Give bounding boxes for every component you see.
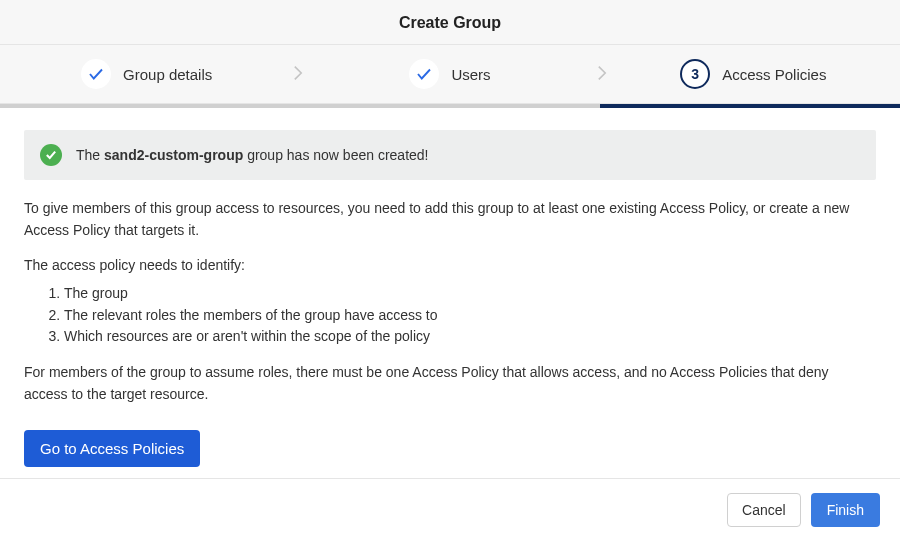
chevron-right-icon [597, 65, 607, 84]
go-to-access-policies-button[interactable]: Go to Access Policies [24, 430, 200, 467]
note-paragraph: For members of the group to assume roles… [24, 362, 876, 405]
intro-paragraph: To give members of this group access to … [24, 198, 876, 241]
page-title: Create Group [0, 14, 900, 32]
step-number-badge: 3 [680, 59, 710, 89]
step-label: Access Policies [722, 66, 826, 83]
list-item: The group [64, 283, 876, 305]
check-icon [81, 59, 111, 89]
stepper: Group details Users 3 Access Policies [0, 45, 900, 104]
list-intro: The access policy needs to identify: [24, 255, 876, 277]
step-users[interactable]: Users [303, 59, 596, 89]
success-check-icon [40, 144, 62, 166]
alert-prefix: The [76, 147, 104, 163]
requirements-list: The group The relevant roles the members… [24, 283, 876, 348]
modal-footer: Cancel Finish [0, 478, 900, 541]
step-access-policies[interactable]: 3 Access Policies [607, 59, 900, 89]
list-item: The relevant roles the members of the gr… [64, 305, 876, 327]
step-label: Users [451, 66, 490, 83]
cancel-button[interactable]: Cancel [727, 493, 801, 527]
chevron-right-icon [293, 65, 303, 84]
alert-suffix: group has now been created! [243, 147, 428, 163]
alert-message: The sand2-custom-group group has now bee… [76, 147, 429, 163]
check-icon [409, 59, 439, 89]
alert-group-name: sand2-custom-group [104, 147, 243, 163]
step-group-details[interactable]: Group details [0, 59, 293, 89]
content-area: The sand2-custom-group group has now bee… [0, 108, 900, 478]
finish-button[interactable]: Finish [811, 493, 880, 527]
modal-header: Create Group [0, 0, 900, 45]
list-item: Which resources are or aren't within the… [64, 326, 876, 348]
requirements-block: The access policy needs to identify: The… [24, 255, 876, 348]
success-alert: The sand2-custom-group group has now bee… [24, 130, 876, 180]
step-label: Group details [123, 66, 212, 83]
